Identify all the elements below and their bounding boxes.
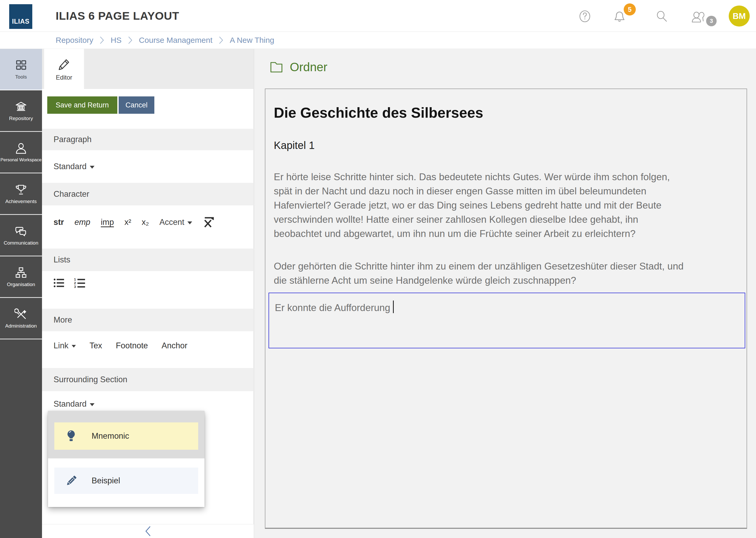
chevron-down-icon — [72, 345, 76, 348]
sidebar-item-label: Administration — [5, 323, 37, 329]
contacts-icon[interactable] — [690, 10, 706, 24]
sidebar-item-label: Personal Workspace — [1, 157, 42, 163]
main-sidebar: Tools Repository Personal Workspace — [0, 49, 42, 538]
cancel-button[interactable]: Cancel — [118, 96, 154, 114]
chevron-down-icon — [90, 166, 95, 169]
paragraph-style-row: Standard — [42, 150, 254, 183]
paragraph-block-1[interactable]: Er hörte leise Schritte hinter sich. Das… — [274, 170, 744, 241]
sidebar-item-label: Organisation — [7, 282, 35, 288]
sidebar-item-tools[interactable]: Tools — [0, 49, 42, 90]
top-header: ILIAS ILIAS 6 PAGE LAYOUT 5 — [0, 0, 756, 31]
section-header-more: More — [42, 309, 254, 331]
pencil-icon — [57, 57, 71, 72]
character-tools-row: str emp imp x² x₂ Accent — [42, 205, 254, 239]
chevron-left-icon — [145, 526, 152, 537]
sidebar-item-repository[interactable]: Repository — [0, 90, 42, 132]
help-icon[interactable] — [579, 10, 591, 23]
editor-panel: Editor Save and Return Cancel Paragraph … — [42, 49, 254, 538]
sidebar-item-administration[interactable]: Administration — [0, 298, 42, 340]
surrounding-style-dropdown[interactable]: Standard — [54, 399, 95, 409]
tex-button[interactable]: Tex — [89, 341, 102, 350]
sidebar-item-personal-workspace[interactable]: Personal Workspace — [0, 132, 42, 173]
breadcrumb-separator-icon — [100, 35, 104, 45]
footnote-button[interactable]: Footnote — [116, 341, 148, 350]
svg-text:3: 3 — [74, 285, 76, 288]
paragraph-block-2[interactable]: Oder gehörten die Schritte hinter ihm zu… — [274, 259, 744, 288]
style-dropdown-menu: Mnemonic Beispiel — [48, 411, 205, 507]
breadcrumb-course-management[interactable]: Course Management — [139, 36, 213, 45]
accent-dropdown[interactable]: Accent — [159, 218, 192, 227]
menu-item-beispiel[interactable]: Beispiel — [54, 467, 198, 494]
svg-text:2: 2 — [74, 281, 76, 285]
object-title: Ordner — [290, 60, 327, 74]
document-subheading[interactable]: Kapitel 1 — [274, 139, 315, 151]
section-header-lists: Lists — [42, 248, 254, 271]
breadcrumb: Repository HS Course Management A New Th… — [0, 31, 756, 49]
breadcrumb-repository[interactable]: Repository — [56, 36, 93, 45]
surrounding-style-row: Standard — [42, 395, 254, 413]
anchor-button[interactable]: Anchor — [162, 341, 187, 350]
folder-icon — [270, 61, 283, 73]
active-paragraph-editor[interactable]: Er konnte die Aufforderung — [268, 293, 745, 348]
lightbulb-icon — [64, 429, 78, 443]
chat-bubbles-icon — [15, 225, 27, 238]
menu-item-mnemonic[interactable]: Mnemonic — [54, 422, 198, 450]
org-chart-icon — [15, 266, 27, 279]
surrounding-style-value: Standard — [54, 399, 87, 409]
page-content-area: Ordner Die Geschichte des Silbersees Kap… — [254, 49, 756, 538]
page-editor-canvas: Die Geschichte des Silbersees Kapitel 1 … — [265, 88, 747, 529]
paragraph-style-dropdown[interactable]: Standard — [54, 162, 95, 171]
paragraph-style-value: Standard — [54, 162, 87, 171]
strong-button[interactable]: str — [54, 218, 64, 227]
breadcrumb-separator-icon — [219, 35, 223, 45]
grid-icon — [15, 59, 27, 72]
editing-text: Er konnte die Aufforderung — [275, 302, 390, 313]
sidebar-item-organisation[interactable]: Organisation — [0, 256, 42, 298]
section-header-character: Character — [42, 183, 254, 205]
more-tools-row: Link Tex Footnote Anchor — [42, 331, 254, 360]
style-menu-highlight-group: Mnemonic — [48, 411, 205, 458]
section-header-surrounding-section: Surrounding Section — [42, 368, 254, 391]
chevron-down-icon — [187, 221, 192, 224]
trophy-icon — [15, 183, 27, 196]
collapse-panel-button[interactable] — [42, 524, 254, 538]
emphasis-button[interactable]: emp — [74, 218, 90, 227]
numbered-list-icon[interactable]: 1 2 3 — [74, 278, 86, 288]
sidebar-item-achievements[interactable]: Achievements — [0, 173, 42, 215]
sidebar-item-label: Repository — [9, 116, 33, 121]
save-and-return-button[interactable]: Save and Return — [47, 96, 117, 114]
breadcrumb-separator-icon — [128, 35, 132, 45]
link-label: Link — [54, 341, 69, 350]
person-icon — [15, 142, 27, 155]
svg-text:1: 1 — [74, 278, 76, 281]
lists-tools-row: 1 2 3 — [42, 271, 254, 295]
search-icon[interactable] — [656, 10, 668, 23]
bullet-list-icon[interactable] — [54, 278, 65, 288]
accent-label: Accent — [159, 218, 184, 227]
notifications-badge: 5 — [624, 3, 636, 16]
contacts-badge: 3 — [706, 16, 717, 26]
tab-editor-label: Editor — [56, 74, 72, 81]
sidebar-item-label: Communication — [4, 240, 38, 246]
important-button[interactable]: imp — [101, 218, 114, 227]
ilias-page-editor: ILIAS ILIAS 6 PAGE LAYOUT 5 — [0, 0, 756, 538]
pencil-filled-icon — [64, 474, 78, 488]
link-dropdown[interactable]: Link — [54, 341, 76, 350]
section-header-paragraph: Paragraph — [42, 129, 254, 150]
bank-icon — [15, 100, 27, 113]
menu-item-label: Beispiel — [92, 476, 120, 485]
ilias-logo[interactable]: ILIAS — [9, 4, 32, 29]
user-avatar[interactable]: BM — [729, 6, 750, 27]
breadcrumb-hs[interactable]: HS — [111, 36, 121, 45]
sidebar-item-label: Achievements — [5, 198, 36, 204]
text-cursor — [393, 300, 394, 313]
breadcrumb-a-new-thing[interactable]: A New Thing — [230, 36, 274, 45]
remove-format-icon[interactable] — [203, 216, 214, 228]
tools-cross-icon — [15, 308, 27, 321]
chevron-down-icon — [90, 403, 95, 406]
tab-editor[interactable]: Editor — [44, 49, 84, 89]
superscript-button[interactable]: x² — [124, 218, 131, 227]
sidebar-item-communication[interactable]: Communication — [0, 215, 42, 256]
document-heading[interactable]: Die Geschichte des Silbersees — [274, 104, 483, 121]
subscript-button[interactable]: x₂ — [142, 218, 149, 227]
